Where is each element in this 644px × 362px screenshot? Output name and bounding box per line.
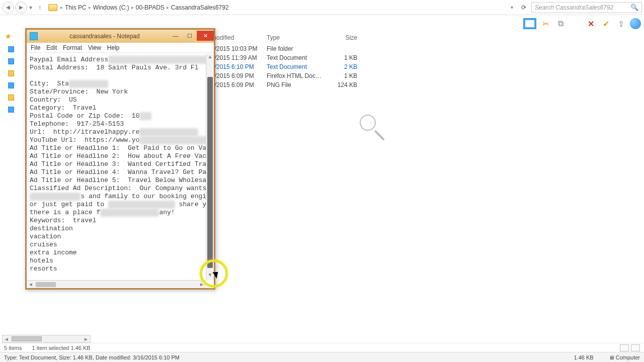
copy-button[interactable]: ⧉	[554, 18, 567, 30]
cell-size: 124 KB	[322, 81, 357, 88]
menu-edit[interactable]: Edit	[46, 44, 57, 51]
view-large-button[interactable]	[631, 344, 640, 351]
breadcrumb[interactable]: ▸ This PC ▸ Windows (C:) ▸ 00-BPADS ▸ Ca…	[60, 4, 507, 11]
scroll-left-icon[interactable]: ◄	[27, 282, 35, 287]
cut-button[interactable]: ✂	[539, 18, 551, 30]
cell-modified: 6/2015 6:09 PM	[211, 72, 267, 79]
cell-type: PNG File	[267, 81, 322, 88]
table-row[interactable]: 3/2015 10:03 PMFile folder	[211, 44, 640, 53]
mouse-cursor-icon	[213, 273, 214, 274]
view-details-button[interactable]	[620, 344, 629, 351]
table-row[interactable]: 3/2015 11:39 AMText Document1 KB	[211, 53, 640, 62]
cell-modified: 3/2015 11:39 AM	[211, 54, 267, 61]
cell-type: Text Document	[267, 54, 322, 61]
address-dropdown-icon[interactable]: ▾	[508, 5, 516, 10]
notepad-h-scrollbar[interactable]: ◄ ►	[27, 280, 206, 288]
scroll-thumb[interactable]	[207, 77, 213, 268]
cell-type: Text Document	[267, 63, 322, 70]
nav-forward-button[interactable]: ►	[15, 2, 27, 14]
notepad-text-area[interactable]: Paypal Email Addressxxxxxxxxxxxxxxxxxxxx…	[27, 54, 206, 280]
tree-node-icon[interactable]	[8, 107, 14, 113]
status-details: Type: Text Document, Size: 1.46 KB, Date…	[4, 354, 180, 360]
cell-modified: 6/2015 6:09 PM	[211, 81, 267, 88]
delete-button[interactable]: ✕	[585, 18, 597, 30]
scroll-right-icon[interactable]: ►	[82, 336, 90, 342]
menu-help[interactable]: Help	[107, 44, 120, 51]
tree-node-icon[interactable]	[8, 58, 14, 64]
minimize-button[interactable]: —	[169, 31, 183, 41]
scroll-up-icon[interactable]: ▲	[206, 54, 214, 62]
preview-pane-button[interactable]	[523, 18, 536, 29]
menu-view[interactable]: View	[88, 44, 101, 51]
cell-size: 1 KB	[322, 54, 357, 61]
cell-size: 2 KB	[322, 63, 357, 70]
close-button[interactable]: ✕	[197, 31, 214, 41]
scroll-left-icon[interactable]: ◄	[3, 336, 11, 342]
confirm-button[interactable]: ✔	[600, 18, 612, 30]
explorer-details-bar: Type: Text Document, Size: 1.46 KB, Date…	[0, 352, 644, 362]
table-row[interactable]: 6/2015 6:10 PMText Document2 KB	[211, 62, 640, 71]
favorites-icon[interactable]: ★	[5, 32, 24, 40]
cell-type: Firefox HTML Doc…	[267, 72, 322, 79]
explorer-status-bar: 5 items 1 item selected 1.46 KB	[0, 343, 644, 352]
paste-button[interactable]	[570, 18, 582, 30]
search-icon: 🔍	[630, 4, 638, 11]
web-button[interactable]	[630, 18, 641, 29]
menu-file[interactable]: File	[31, 44, 40, 51]
cell-size: 1 KB	[322, 72, 357, 79]
header-type[interactable]: Type	[267, 34, 322, 41]
cell-type: File folder	[267, 45, 322, 52]
header-size[interactable]: Size	[322, 34, 357, 41]
tree-node-icon[interactable]	[8, 70, 14, 76]
file-list[interactable]: 3/2015 10:03 PMFile folder3/2015 11:39 A…	[211, 44, 640, 89]
menu-format[interactable]: Format	[63, 44, 82, 51]
status-item-count: 5 items	[4, 345, 22, 351]
maximize-button[interactable]: ☐	[183, 31, 197, 41]
header-modified[interactable]: e modified	[206, 34, 267, 41]
cell-modified: 3/2015 10:03 PM	[211, 45, 267, 52]
crumb-this-pc[interactable]: This PC	[65, 4, 87, 11]
scroll-thumb[interactable]	[12, 336, 42, 341]
table-row[interactable]: 6/2015 6:09 PMFirefox HTML Doc…1 KB	[211, 71, 640, 80]
explorer-address-bar: ◄ ► ▾ ↑ ▸ This PC ▸ Windows (C:) ▸ 00-BP…	[0, 0, 644, 15]
tree-node-icon[interactable]	[8, 82, 14, 88]
nav-tree[interactable]: ★	[5, 32, 24, 178]
scroll-thumb[interactable]	[36, 282, 56, 287]
folder-icon	[48, 4, 57, 11]
tree-node-icon[interactable]	[8, 46, 14, 52]
crumb-drive[interactable]: Windows (C:)	[93, 4, 129, 11]
crumb-folder-1[interactable]: 00-BPADS	[136, 4, 165, 11]
crumb-folder-2[interactable]: CassandraSales6792	[171, 4, 229, 11]
nav-dropdown-icon[interactable]: ▾	[28, 4, 33, 11]
notepad-title: cassandrasales - Notepad	[41, 33, 169, 40]
notepad-menu[interactable]: File Edit Format View Help	[27, 43, 214, 53]
search-placeholder: Search CassandraSales6792	[535, 4, 613, 11]
nav-back-button[interactable]: ◄	[2, 2, 14, 14]
magnifier-watermark-icon	[360, 115, 387, 142]
status-selection: 1 item selected 1.46 KB	[32, 345, 90, 351]
tree-node-icon[interactable]	[8, 95, 14, 101]
cell-modified: 6/2015 6:10 PM	[211, 63, 267, 70]
notepad-titlebar[interactable]: cassandrasales - Notepad — ☐ ✕	[27, 30, 214, 43]
nav-up-button[interactable]: ↑	[34, 2, 45, 13]
refresh-button[interactable]: ⟳	[518, 2, 529, 13]
notepad-app-icon	[30, 32, 38, 40]
search-input[interactable]: Search CassandraSales6792 🔍	[531, 2, 642, 13]
scroll-right-icon[interactable]: ►	[198, 282, 206, 287]
share-button[interactable]: ⇪	[615, 18, 627, 30]
notepad-window[interactable]: cassandrasales - Notepad — ☐ ✕ File Edit…	[25, 28, 215, 290]
status-size: 1.46 KB	[574, 354, 594, 360]
status-location: 🖥 Computer	[609, 354, 640, 360]
explorer-h-scrollbar[interactable]: ◄ ►	[2, 335, 91, 343]
notepad-v-scrollbar[interactable]: ▲ ▼	[206, 54, 214, 280]
table-row[interactable]: 6/2015 6:09 PMPNG File124 KB	[211, 80, 640, 89]
